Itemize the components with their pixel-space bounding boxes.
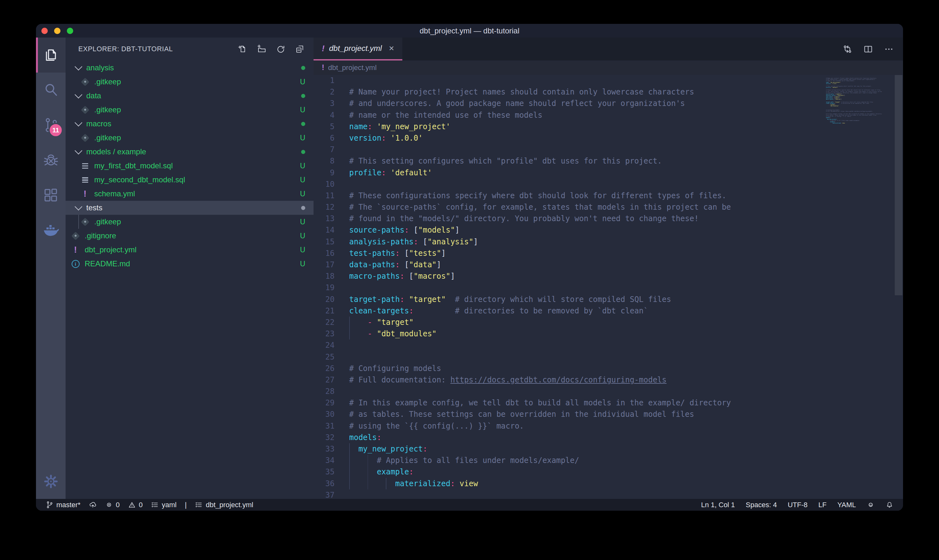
code-line[interactable]: 14source-paths: ["models"] [314, 224, 903, 236]
code-line[interactable]: 21clean-targets: # directories to be rem… [314, 305, 903, 317]
code-line[interactable]: 24 [314, 340, 903, 351]
tab-bar: ! dbt_project.yml × [314, 37, 903, 60]
tree-row-readme-md[interactable]: iREADME.mdU [66, 257, 314, 271]
activity-docker-button[interactable] [36, 212, 66, 248]
code-line[interactable]: 12# The `source-paths` config, for examp… [314, 202, 903, 213]
code-line[interactable]: 11# These configurations specify where d… [314, 190, 903, 202]
activity-search-button[interactable] [36, 72, 66, 108]
indent-guide [349, 455, 350, 466]
code-editor[interactable]: 12# Name your project! Project names sho… [314, 75, 903, 499]
status-item-spaces-4[interactable]: Spaces: 4 [746, 501, 777, 509]
code-line[interactable]: 19 [314, 282, 903, 293]
token: # Name your project! Project names shoul… [349, 88, 694, 96]
code-line[interactable]: 25 [314, 351, 903, 363]
tree-row-analysis[interactable]: analysis [66, 61, 314, 75]
code-line[interactable]: 23 - "dbt_modules" [314, 328, 903, 340]
more-actions-icon[interactable] [884, 44, 894, 54]
code-line[interactable]: 2# Name your project! Project names shou… [314, 86, 903, 98]
tree-row-schema-yml[interactable]: !schema.ymlU [66, 187, 314, 201]
code-line[interactable]: 6version: '1.0.0' [314, 132, 903, 144]
code-line[interactable]: 32models: [314, 432, 903, 443]
tree-item-label: tests [86, 203, 103, 212]
code-line[interactable]: 34 # Applies to all files under models/e… [314, 455, 903, 466]
code-line[interactable]: 3# and underscores. A good package name … [314, 98, 903, 109]
code-line[interactable]: 20target-path: "target" # directory whic… [314, 294, 903, 305]
code-line[interactable]: 36 materialized: view [314, 478, 903, 489]
new-folder-icon[interactable] [257, 45, 266, 54]
tree-row--gitignore[interactable]: .gitignoreU [66, 229, 314, 243]
minimap[interactable]: # Name your project! Project names shoul… [826, 76, 893, 125]
line-content: target-path: "target" # directory which … [349, 294, 671, 305]
window-title: dbt_project.yml — dbt-tutorial [420, 26, 519, 35]
status-item-lf[interactable]: LF [818, 501, 827, 509]
status-item-master-[interactable]: master* [46, 501, 80, 509]
code-line[interactable]: 29# In this example config, we tell dbt … [314, 397, 903, 409]
split-editor-icon[interactable] [863, 44, 873, 54]
minimize-window-button[interactable] [54, 28, 60, 34]
code-line[interactable]: 15analysis-paths: ["analysis"] [314, 236, 903, 248]
open-changes-icon[interactable] [842, 44, 853, 54]
status-item-bell[interactable] [885, 501, 893, 509]
code-line[interactable]: 8# This setting configures which "profil… [314, 155, 903, 167]
collapse-all-icon[interactable] [295, 45, 305, 54]
tree-row-data[interactable]: data [66, 89, 314, 103]
code-line[interactable]: 13# found in the "models/" directory. Yo… [314, 213, 903, 224]
tree-row--gitkeep[interactable]: .gitkeepU [66, 215, 314, 229]
breadcrumb[interactable]: ! dbt_project.yml [314, 60, 903, 75]
code-line[interactable]: 31# using the `{{ config(...) }}` macro. [314, 420, 903, 432]
code-line[interactable]: 18macro-paths: ["macros"] [314, 271, 903, 282]
code-line[interactable]: 33 my_new_project: [314, 443, 903, 455]
code-line[interactable]: 1 [314, 75, 903, 86]
status-item-cloud-upload[interactable] [89, 501, 97, 509]
activity-extensions-button[interactable] [36, 177, 66, 212]
close-tab-icon[interactable]: × [389, 43, 394, 54]
code-line[interactable]: 35 example: [314, 466, 903, 478]
status-item-smiley[interactable] [867, 501, 875, 509]
code-line[interactable]: 9profile: 'default' [314, 167, 903, 178]
untracked-badge: U [300, 162, 305, 170]
tree-row-models-example[interactable]: models / example [66, 145, 314, 159]
checklist-icon [195, 501, 203, 509]
code-line[interactable]: 30# as tables. These settings can be ove… [314, 409, 903, 420]
code-line[interactable]: 7 [314, 144, 903, 155]
tree-row--gitkeep[interactable]: .gitkeepU [66, 131, 314, 145]
status-item-yaml[interactable]: yaml [151, 501, 176, 509]
tree-row--gitkeep[interactable]: .gitkeepU [66, 103, 314, 117]
status-item-0[interactable]: 0 [105, 501, 120, 509]
line-content: profile: 'default' [349, 167, 432, 178]
tab-dbt-project-yml[interactable]: ! dbt_project.yml × [314, 37, 402, 60]
tree-row-my-first-dbt-model-sql[interactable]: my_first_dbt_model.sqlU [66, 159, 314, 173]
tree-row-my-second-dbt-model-sql[interactable]: my_second_dbt_model.sqlU [66, 173, 314, 187]
activity-debug-button[interactable] [36, 143, 66, 177]
line-number: 3 [314, 98, 334, 109]
zoom-window-button[interactable] [67, 28, 73, 34]
code-line[interactable]: 37 [314, 489, 903, 499]
status-item-ln-1-col-1[interactable]: Ln 1, Col 1 [701, 501, 735, 509]
close-window-button[interactable] [42, 28, 48, 34]
tree-row-tests[interactable]: tests [66, 201, 314, 215]
code-line[interactable]: 26# Configuring models [314, 363, 903, 374]
tree-row--gitkeep[interactable]: .gitkeepU [66, 75, 314, 89]
code-line[interactable]: 17data-paths: ["data"] [314, 259, 903, 271]
new-file-icon[interactable] [238, 45, 247, 54]
tree-row-dbt-project-yml[interactable]: !dbt_project.ymlU [66, 243, 314, 257]
status-item-dbt-project-yml[interactable]: dbt_project.yml [195, 501, 253, 509]
status-item-utf-8[interactable]: UTF-8 [788, 501, 808, 509]
code-line[interactable]: 22 - "target" [314, 317, 903, 328]
code-line[interactable]: 5name: 'my_new_project' [314, 121, 903, 132]
status-item-yaml[interactable]: YAML [837, 501, 856, 509]
code-line[interactable]: 16test-paths: ["tests"] [314, 248, 903, 259]
tree-item-label: my_first_dbt_model.sql [94, 161, 173, 170]
code-line[interactable]: 4# name or the intended use of these mod… [314, 109, 903, 121]
tree-row-macros[interactable]: macros [66, 117, 314, 131]
settings-button[interactable] [36, 464, 66, 499]
code-line[interactable]: 28 [314, 386, 903, 397]
activity-source-control-button[interactable]: 11 [36, 108, 66, 143]
code-line[interactable]: 10 [314, 178, 903, 190]
status-item-0[interactable]: 0 [128, 501, 143, 509]
editor-scrollbar[interactable] [895, 75, 902, 295]
activity-explorer-button[interactable] [36, 37, 66, 72]
line-number: 7 [314, 144, 334, 155]
refresh-icon[interactable] [276, 45, 286, 54]
code-line[interactable]: 27# Full documentation: https://docs.get… [314, 374, 903, 386]
